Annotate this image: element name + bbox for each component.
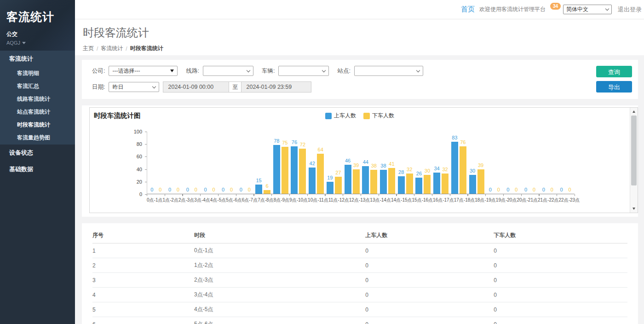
table-header-cell: 下车人数 xyxy=(494,228,627,243)
date-to-input[interactable]: 2024-01-09 23:59 xyxy=(241,81,311,93)
chart-scrollbar[interactable] xyxy=(630,108,638,213)
table-header-row: 序号时段上车人数下车人数 xyxy=(92,228,627,243)
sidebar-subitem[interactable]: 站点客流统计 xyxy=(0,106,75,119)
station-label: 站点: xyxy=(337,67,350,75)
sidebar-item-2[interactable]: 基础数据 xyxy=(0,161,75,178)
bar-value-label: 26 xyxy=(416,171,422,176)
chart-x-labels: 0点-1点1点-2点2点-3点3点-4点4点-5点5点-6点6点-7点7点-8点… xyxy=(147,197,575,203)
bar-上车人数: 28 xyxy=(398,176,405,194)
sidebar-subitem[interactable]: 客流量趋势图 xyxy=(0,132,75,145)
filter-row-2: 日期: 昨日 2024-01-09 00:00 至 2024-01-09 23:… xyxy=(92,81,596,93)
table-row: 32点-3点00 xyxy=(92,273,627,288)
page-heading: 时段客流统计 主页 / 客流统计 / 时段客流统计 xyxy=(75,19,644,55)
chart-panel: 时段车流统计图 上车人数下车人数 00000000000015678757672… xyxy=(82,105,638,217)
bar-下车人数: 64 xyxy=(317,154,324,194)
bar-value-label: 0 xyxy=(542,187,545,192)
scrollbar-thumb[interactable] xyxy=(631,116,637,185)
query-button[interactable]: 查询 xyxy=(596,66,632,77)
vehicle-select[interactable] xyxy=(278,66,329,76)
bar-value-label: 42 xyxy=(310,161,315,166)
table-cell: 0 xyxy=(494,302,627,317)
breadcrumb-separator: / xyxy=(126,46,127,52)
date-preset-select[interactable]: 昨日 xyxy=(109,82,159,92)
app-logo: 客流统计 xyxy=(6,9,69,24)
bar-value-label: 38 xyxy=(371,163,377,168)
legend-item[interactable]: 上车人数 xyxy=(325,112,356,120)
bar-上车人数: 42 xyxy=(309,168,316,194)
scrollbar-down-arrow[interactable] xyxy=(630,205,638,212)
table-cell: 0 xyxy=(494,317,627,324)
x-tick-label: 13点-14点 xyxy=(370,197,391,203)
filter-panel: 公司: ---请选择--- 线路: 车辆: 站点: xyxy=(82,60,638,99)
x-tick-label: 11点-12点 xyxy=(328,197,349,203)
y-tick-mark xyxy=(145,169,147,170)
bar-value-label: 75 xyxy=(282,140,288,145)
menu-section: 基础数据 xyxy=(0,161,75,178)
table-header-cell: 上车人数 xyxy=(365,228,494,243)
bar-group: 00 xyxy=(236,132,254,194)
bar-value-label: 0 xyxy=(230,187,233,192)
table-cell: 0 xyxy=(365,273,494,288)
sidebar-subitem[interactable]: 线路客流统计 xyxy=(0,93,75,106)
y-tick-label: 80 xyxy=(126,141,142,147)
bar-下车人数: 76 xyxy=(460,146,466,194)
home-link[interactable]: 首页 xyxy=(461,5,475,14)
breadcrumb-home[interactable]: 主页 xyxy=(83,45,94,52)
x-tick-label: 1点-2点 xyxy=(162,197,178,203)
chart-plot: 0000000000001567875767242641927463944383… xyxy=(147,132,575,194)
table-body: 10点-1点0021点-2点0032点-3点0043点-4点0054点-5点00… xyxy=(92,243,627,324)
export-button[interactable]: 导出 xyxy=(596,81,632,93)
account-name: AQGJ xyxy=(6,40,20,46)
bar-value-label: 0 xyxy=(177,187,179,192)
bar-上车人数: 15 xyxy=(255,185,262,194)
y-tick-mark xyxy=(145,144,147,145)
sidebar-menu: 客流统计客流明细客流汇总线路客流统计站点客流统计时段客流统计客流量趋势图设备状态… xyxy=(0,51,75,178)
line-select[interactable] xyxy=(203,66,253,76)
bar-group: 2630 xyxy=(414,132,432,194)
account-dropdown[interactable]: AQGJ xyxy=(6,40,69,46)
app-window: 客流统计 公交 AQGJ 客流统计客流明细客流汇总线路客流统计站点客流统计时段客… xyxy=(0,0,644,324)
y-tick-label: 0 xyxy=(126,191,142,197)
scrollbar-up-arrow[interactable] xyxy=(630,108,638,115)
x-tick-label: 0点-1点 xyxy=(147,197,162,203)
sidebar-subitem[interactable]: 客流汇总 xyxy=(0,80,75,93)
bar-group: 00 xyxy=(557,132,575,194)
date-from-input[interactable]: 2024-01-09 00:00 xyxy=(163,81,229,93)
sidebar-item-1[interactable]: 设备状态 xyxy=(0,145,75,161)
breadcrumb-parent[interactable]: 客流统计 xyxy=(101,45,123,52)
bar-下车人数: 39 xyxy=(477,169,484,194)
legend-item[interactable]: 下车人数 xyxy=(363,112,394,120)
bar-value-label: 44 xyxy=(363,159,368,165)
bar-value-label: 34 xyxy=(434,166,439,171)
bar-下车人数: 30 xyxy=(424,175,431,194)
table-cell: 0 xyxy=(365,288,494,302)
sidebar-item-0[interactable]: 客流统计 xyxy=(0,51,75,67)
company-select[interactable]: ---请选择--- xyxy=(109,66,178,76)
bar-group: 7672 xyxy=(290,132,308,194)
station-select[interactable] xyxy=(354,66,423,76)
bar-下车人数: 72 xyxy=(299,149,306,194)
vehicle-label: 车辆: xyxy=(262,67,275,75)
bar-value-label: 0 xyxy=(560,187,563,192)
bar-value-label: 15 xyxy=(256,178,261,183)
bar-group: 00 xyxy=(503,132,521,194)
table-cell: 3点-4点 xyxy=(194,288,365,302)
chevron-down-icon xyxy=(247,68,250,72)
breadcrumb: 主页 / 客流统计 / 时段客流统计 xyxy=(83,45,644,52)
logout-link[interactable]: 退出登录 xyxy=(618,6,642,14)
x-tick-label: 2点-3点 xyxy=(178,197,194,203)
sidebar-subitem[interactable]: 客流明细 xyxy=(0,67,75,80)
x-tick-label: 8点-9点 xyxy=(274,197,289,203)
bar-上车人数: 38 xyxy=(380,170,387,194)
table-cell: 0 xyxy=(365,302,494,317)
table-cell: 0 xyxy=(494,258,627,273)
bar-group: 00 xyxy=(147,132,165,194)
sidebar-subitem[interactable]: 时段客流统计 xyxy=(0,119,75,132)
bar-value-label: 6 xyxy=(266,183,269,189)
x-tick-label: 3点-4点 xyxy=(194,197,210,203)
bar-value-label: 0 xyxy=(497,187,500,192)
language-select[interactable]: 简体中文 xyxy=(563,5,612,14)
bar-value-label: 0 xyxy=(506,187,509,192)
chart-x-ticks xyxy=(147,194,575,196)
table-cell: 3 xyxy=(92,273,194,288)
